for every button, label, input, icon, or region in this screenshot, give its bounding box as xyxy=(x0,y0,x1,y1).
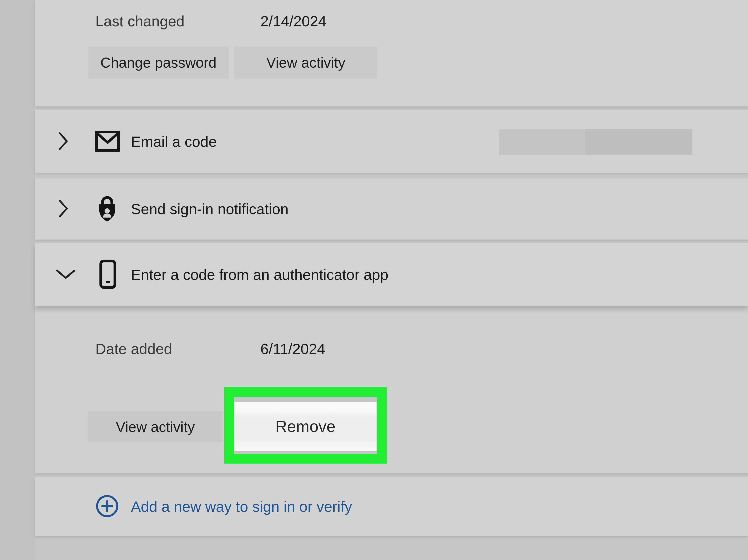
plus-circle-icon[interactable] xyxy=(95,494,119,519)
method-title: Enter a code from an authenticator app xyxy=(131,266,388,283)
redacted-block xyxy=(499,129,585,155)
view-activity-button[interactable]: View activity xyxy=(234,46,377,78)
highlight-annotation-box: Remove xyxy=(224,387,387,464)
password-section-card: Last changed 2/14/2024 Change password V… xyxy=(35,0,748,106)
add-method-link[interactable]: Add a new way to sign in or verify xyxy=(131,498,352,515)
method-title: Send sign-in notification xyxy=(131,200,288,218)
last-changed-value: 2/14/2024 xyxy=(260,13,327,30)
method-row-authenticator-app[interactable]: Enter a code from an authenticator app xyxy=(35,243,748,306)
date-added-value: 6/11/2024 xyxy=(260,340,325,357)
method-row-sign-in-notification[interactable]: Send sign-in notification xyxy=(35,178,748,240)
chevron-right-icon[interactable] xyxy=(59,131,69,152)
last-changed-label: Last changed xyxy=(95,13,184,30)
chevron-down-icon[interactable] xyxy=(56,269,76,281)
remove-button[interactable]: Remove xyxy=(234,402,376,451)
account-security-page: Last changed 2/14/2024 Change password V… xyxy=(0,0,748,560)
change-password-button[interactable]: Change password xyxy=(88,46,229,78)
redacted-email-address xyxy=(499,129,692,155)
page-left-margin xyxy=(0,0,35,560)
add-sign-in-method-row[interactable]: Add a new way to sign in or verify xyxy=(35,477,748,536)
smartphone-icon xyxy=(99,260,117,290)
method-title: Email a code xyxy=(131,133,217,150)
highlight-inner-area: Remove xyxy=(234,397,377,454)
date-added-label: Date added xyxy=(95,340,172,357)
method-row-email-code[interactable]: Email a code xyxy=(35,110,748,173)
chevron-right-icon[interactable] xyxy=(59,199,69,219)
mail-icon xyxy=(95,131,120,152)
view-activity-authenticator-button[interactable]: View activity xyxy=(88,411,223,442)
authenticator-details-panel: Date added 6/11/2024 View activity Remov… xyxy=(35,306,748,473)
lock-shield-icon xyxy=(95,195,119,223)
